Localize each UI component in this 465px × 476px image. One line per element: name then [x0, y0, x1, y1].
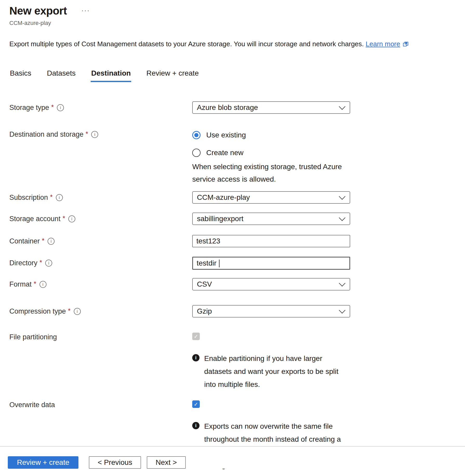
radio-selected-icon [192, 131, 201, 139]
compression-type-label-group: Compression type * i [9, 305, 192, 315]
info-glyph: i [60, 105, 61, 110]
radio-dot [194, 133, 198, 137]
destination-storage-options: Use existing Create new When selecting e… [192, 130, 350, 186]
page-title: New export [9, 4, 67, 18]
dropdown-value: sabillingexport [197, 215, 243, 223]
tab-label: Datasets [47, 69, 76, 77]
info-icon[interactable]: i [39, 281, 46, 288]
tab-datasets[interactable]: Datasets [46, 69, 76, 82]
destination-helper-text: When selecting existing storage, trusted… [192, 161, 348, 186]
directory-label-group: Directory * i [9, 257, 192, 267]
blade-content: New export ··· CCM-azure-play Export mul… [0, 0, 465, 472]
file-partitioning-info: i Enable partitioning if you have larger… [192, 352, 346, 391]
radio-label: Create new [206, 149, 243, 157]
dropdown-value: Azure blob storage [197, 103, 258, 112]
tab-bar: Basics Datasets Destination Review + cre… [9, 69, 455, 82]
field-label: Destination and storage [9, 130, 83, 138]
info-icon[interactable]: i [68, 215, 75, 222]
overwrite-data-checkbox[interactable]: ✓ [192, 400, 200, 408]
container-label-group: Container * i [9, 235, 192, 245]
info-icon[interactable]: i [91, 131, 98, 138]
storage-account-row: Storage account * i sabillingexport [9, 213, 455, 225]
field-label: Overwrite data [9, 401, 55, 409]
field-label: Compression type [9, 307, 66, 315]
storage-account-dropdown[interactable]: sabillingexport [192, 213, 350, 225]
field-label: Storage type [9, 104, 49, 112]
chevron-down-icon [339, 307, 345, 313]
dropdown-value: CSV [197, 280, 212, 288]
chevron-down-icon [339, 214, 345, 221]
next-button[interactable]: Next > [147, 456, 186, 469]
info-glyph: i [195, 355, 196, 361]
field-label: Directory [9, 259, 37, 267]
info-glyph: i [94, 132, 95, 137]
review-create-button[interactable]: Review + create [8, 456, 78, 469]
storage-type-dropdown[interactable]: Azure blob storage [192, 101, 350, 114]
info-glyph: i [48, 261, 49, 266]
info-icon[interactable]: i [74, 308, 81, 315]
info-glyph: i [71, 216, 72, 222]
description: Export multiple types of Cost Management… [9, 39, 455, 49]
file-partitioning-checkbox: ✓ [192, 333, 200, 340]
info-icon[interactable]: i [45, 260, 52, 267]
active-tab-underline [91, 81, 131, 82]
required-asterisk: * [63, 214, 65, 222]
learn-more-link[interactable]: Learn more [366, 40, 400, 48]
info-icon[interactable]: i [56, 194, 63, 201]
directory-input-wrap [192, 257, 350, 270]
required-asterisk: * [39, 259, 42, 267]
destination-form: Storage type * i Azure blob storage Dest… [9, 101, 455, 472]
compression-type-row: Compression type * i Gzip [9, 305, 455, 318]
storage-account-label-group: Storage account * i [9, 213, 192, 223]
container-input[interactable] [192, 235, 350, 247]
previous-button[interactable]: < Previous [89, 456, 141, 469]
required-asterisk: * [50, 193, 53, 201]
chevron-down-icon [339, 193, 345, 200]
required-asterisk: * [42, 237, 44, 245]
check-icon: ✓ [194, 333, 198, 340]
radio-create-new[interactable]: Create new [192, 149, 350, 157]
info-icon[interactable]: i [57, 104, 64, 111]
chevron-down-icon [339, 280, 345, 286]
info-glyph: i [42, 282, 43, 287]
field-label: Subscription [9, 194, 48, 202]
info-filled-icon: i [192, 354, 200, 361]
tab-label: Review + create [146, 69, 199, 77]
format-dropdown[interactable]: CSV [192, 278, 350, 290]
file-partitioning-row: File partitioning ✓ i Enable partitionin… [9, 333, 455, 391]
required-asterisk: * [51, 103, 54, 111]
ellipsis-icon: ··· [81, 7, 90, 14]
tab-label: Basics [10, 69, 31, 77]
field-label: Format [9, 280, 32, 288]
field-label: File partitioning [9, 333, 57, 341]
tab-review-create[interactable]: Review + create [146, 69, 199, 82]
compression-type-dropdown[interactable]: Gzip [192, 305, 350, 318]
radio-unselected-icon [192, 149, 201, 157]
footer-bar: Review + create < Previous Next > [0, 446, 465, 469]
header: New export ··· [9, 4, 455, 18]
storage-type-row: Storage type * i Azure blob storage [9, 101, 455, 114]
info-text: Enable partitioning if you have larger d… [204, 352, 346, 391]
storage-type-label-group: Storage type * i [9, 101, 192, 112]
info-glyph: i [51, 239, 52, 244]
subscription-row: Subscription * i CCM-azure-play [9, 191, 455, 204]
text-cursor [219, 260, 220, 267]
dropdown-value: CCM-azure-play [197, 193, 250, 202]
subscription-dropdown[interactable]: CCM-azure-play [192, 191, 350, 204]
more-options-button[interactable]: ··· [80, 6, 91, 15]
page-subtitle: CCM-azure-play [9, 20, 455, 27]
info-glyph: i [77, 309, 78, 314]
chevron-down-icon [339, 103, 345, 110]
info-icon[interactable]: i [48, 238, 55, 245]
directory-row: Directory * i [9, 257, 455, 270]
directory-input[interactable] [192, 257, 350, 270]
format-label-group: Format * i [9, 278, 192, 288]
required-asterisk: * [85, 130, 88, 138]
external-link-icon [402, 40, 409, 49]
dropdown-value: Gzip [197, 307, 212, 315]
tab-destination[interactable]: Destination [91, 69, 131, 82]
tab-basics[interactable]: Basics [9, 69, 32, 82]
radio-use-existing[interactable]: Use existing [192, 131, 350, 139]
info-glyph: i [59, 195, 60, 200]
required-asterisk: * [34, 280, 36, 288]
